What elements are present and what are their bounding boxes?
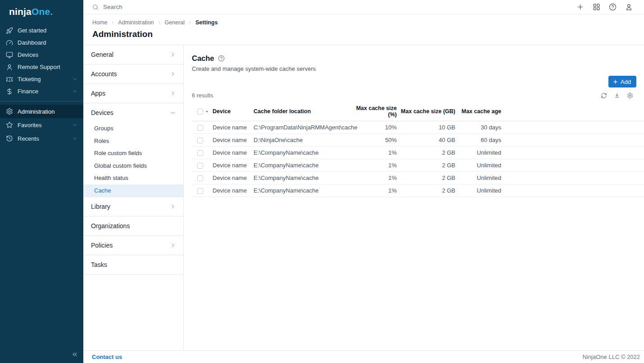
nav-item-policies[interactable]: Policies — [83, 236, 183, 255]
sidebar-item-finance[interactable]: Finance — [0, 85, 83, 97]
main-panel: Cache Create and manage system-wide cach… — [184, 45, 644, 350]
nav-item-library[interactable]: Library — [83, 197, 183, 216]
ninjaone-logo[interactable]: ninjaOne. — [0, 0, 83, 23]
row-checkbox[interactable] — [197, 138, 203, 143]
breadcrumb-general[interactable]: General — [165, 19, 185, 26]
sidebar-item-label: Favorites — [18, 122, 72, 129]
nav-item-health-status[interactable]: Health status — [83, 172, 183, 184]
chevron-down-icon — [170, 110, 176, 116]
sidebar-nav-secondary: Administration Favorites Recents — [0, 101, 83, 145]
nav-item-tasks[interactable]: Tasks — [83, 255, 183, 274]
cell-max-age: Unlimited — [455, 147, 501, 159]
help-button[interactable] — [609, 3, 617, 11]
select-all-checkbox[interactable] — [197, 109, 203, 115]
table-row[interactable]: Device name E:\CompanyName\cache 1% 2 GB… — [192, 159, 644, 172]
nav-item-apps[interactable]: Apps — [83, 84, 183, 103]
export-button[interactable] — [614, 92, 620, 99]
nav-item-organizations[interactable]: Organizations — [83, 216, 183, 235]
gauge-icon — [6, 39, 13, 46]
chevron-right-icon — [170, 71, 176, 77]
column-header-device[interactable]: Device — [213, 103, 254, 121]
column-header-max-age[interactable]: Max cache age — [455, 103, 501, 121]
row-checkbox[interactable] — [197, 125, 203, 131]
table-row[interactable]: Device name E:\CompanyName\cache 1% 2 GB… — [192, 147, 644, 159]
breadcrumb-home[interactable]: Home — [92, 19, 107, 26]
nav-section-general: General — [83, 45, 183, 64]
chevron-right-icon — [170, 242, 176, 248]
column-header-max-pct[interactable]: Max cache size (%) — [355, 103, 397, 121]
contact-us-link[interactable]: Contact us — [92, 354, 122, 360]
nav-item-groups[interactable]: Groups — [83, 122, 183, 135]
sidebar-item-remote-support[interactable]: Remote Support — [0, 61, 83, 73]
nav-item-general[interactable]: General — [83, 45, 183, 64]
cell-max-pct: 1% — [355, 184, 397, 197]
nav-section-library: Library — [83, 197, 183, 216]
help-circle-icon[interactable] — [218, 55, 225, 62]
nav-item-role-custom-fields[interactable]: Role custom fields — [83, 147, 183, 160]
add-button[interactable]: Add — [608, 76, 636, 87]
column-header-location[interactable]: Cache folder location — [254, 103, 355, 121]
topbar-icons — [576, 3, 633, 11]
row-checkbox[interactable] — [197, 175, 203, 181]
chevron-right-icon — [110, 20, 115, 25]
sidebar: ninjaOne. Get started Dashboard Devices … — [0, 0, 83, 363]
cell-max-gb: 2 GB — [397, 184, 455, 197]
search-input[interactable] — [103, 4, 292, 10]
table-row[interactable]: Device name E:\CompanyName\cache 1% 2 GB… — [192, 184, 644, 197]
checkbox-dropdown-caret-icon[interactable] — [205, 110, 209, 114]
sidebar-item-label: Ticketing — [18, 76, 72, 83]
row-checkbox[interactable] — [197, 150, 203, 156]
cell-max-gb: 2 GB — [397, 172, 455, 184]
sidebar-item-administration[interactable]: Administration — [0, 105, 83, 118]
sidebar-item-ticketing[interactable]: Ticketing — [0, 73, 83, 85]
section-subtitle: Create and manage system-wide cache serv… — [192, 65, 644, 72]
collapse-sidebar-button[interactable] — [70, 350, 79, 360]
cell-max-gb: 10 GB — [397, 121, 455, 134]
cell-device: Device name — [213, 121, 254, 134]
nav-label: Library — [91, 203, 110, 210]
cell-max-pct: 1% — [355, 159, 397, 172]
row-checkbox[interactable] — [197, 163, 203, 169]
cell-max-pct: 1% — [355, 147, 397, 159]
apps-grid-button[interactable] — [593, 3, 600, 11]
sidebar-item-favorites[interactable]: Favorites — [0, 118, 83, 132]
sidebar-item-recents[interactable]: Recents — [0, 132, 83, 145]
cell-device: Device name — [213, 134, 254, 147]
nav-item-roles[interactable]: Roles — [83, 135, 183, 147]
nav-label: Devices — [91, 109, 113, 116]
nav-item-devices[interactable]: Devices — [83, 103, 183, 122]
global-search — [92, 4, 576, 10]
nav-item-global-custom-fields[interactable]: Global custom fields — [83, 160, 183, 172]
sidebar-item-get-started[interactable]: Get started — [0, 24, 83, 37]
column-header-max-gb[interactable]: Max cache size (GB) — [397, 103, 455, 121]
page-header: Home Administration General Settings Adm… — [83, 14, 644, 45]
table-row[interactable]: Device name E:\CompanyName\cache 1% 2 GB… — [192, 172, 644, 184]
cell-max-gb: 2 GB — [397, 147, 455, 159]
chevron-right-icon — [170, 203, 176, 210]
sidebar-item-devices[interactable]: Devices — [0, 49, 83, 61]
sidebar-item-label: Get started — [18, 27, 78, 34]
cell-max-age: 30 days — [455, 121, 501, 134]
table-row[interactable]: Device name D:\NinjaOne\cache 50% 40 GB … — [192, 134, 644, 147]
cell-location: C:\ProgramData\NinjaRMMAgent\cache — [254, 121, 355, 134]
export-download-icon — [614, 92, 620, 99]
row-checkbox[interactable] — [197, 188, 203, 194]
table-settings-button[interactable] — [627, 92, 633, 99]
logo-one-text: One. — [32, 6, 53, 17]
cell-location: E:\CompanyName\cache — [254, 159, 355, 172]
sidebar-nav-primary: Get started Dashboard Devices Remote Sup… — [0, 23, 83, 97]
nav-item-accounts[interactable]: Accounts — [83, 64, 183, 83]
nav-section-tasks: Tasks — [83, 255, 183, 275]
breadcrumb-administration[interactable]: Administration — [118, 19, 154, 26]
refresh-button[interactable] — [601, 92, 607, 99]
add-new-button[interactable] — [576, 3, 584, 11]
monitor-icon — [6, 51, 13, 59]
user-menu-button[interactable] — [625, 3, 633, 11]
cache-table: Device Cache folder location Max cache s… — [192, 103, 644, 197]
chevron-right-icon — [188, 20, 192, 25]
nav-section-apps: Apps — [83, 84, 183, 103]
table-row[interactable]: Device name C:\ProgramData\NinjaRMMAgent… — [192, 121, 644, 134]
nav-label: Accounts — [91, 70, 117, 78]
nav-item-cache[interactable]: Cache — [83, 184, 183, 197]
sidebar-item-dashboard[interactable]: Dashboard — [0, 37, 83, 49]
